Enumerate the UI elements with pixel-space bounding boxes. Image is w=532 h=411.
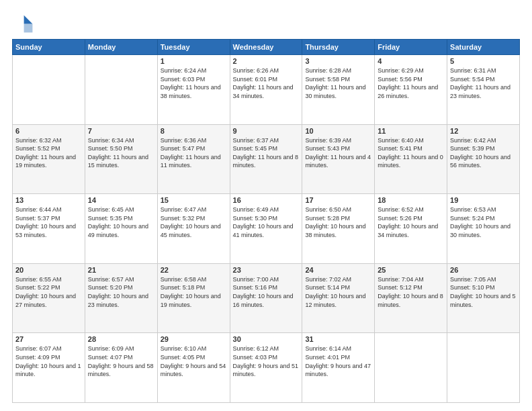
- calendar-cell: [85, 55, 157, 125]
- day-number: 30: [233, 335, 300, 343]
- day-number: 19: [450, 196, 517, 204]
- logo-icon: [12, 12, 34, 34]
- day-info: Sunrise: 6:53 AM Sunset: 5:24 PM Dayligh…: [450, 205, 517, 239]
- calendar-cell: 7Sunrise: 6:34 AM Sunset: 5:50 PM Daylig…: [85, 124, 157, 194]
- svg-marker-1: [24, 24, 33, 33]
- day-info: Sunrise: 6:42 AM Sunset: 5:39 PM Dayligh…: [450, 136, 517, 170]
- day-info: Sunrise: 6:34 AM Sunset: 5:50 PM Dayligh…: [88, 136, 154, 170]
- calendar-cell: 16Sunrise: 6:49 AM Sunset: 5:30 PM Dayli…: [230, 194, 302, 264]
- calendar-cell: 15Sunrise: 6:47 AM Sunset: 5:32 PM Dayli…: [157, 194, 230, 264]
- day-number: 29: [161, 335, 227, 343]
- calendar-header: SundayMondayTuesdayWednesdayThursdayFrid…: [13, 40, 520, 55]
- calendar-week-row: 13Sunrise: 6:44 AM Sunset: 5:37 PM Dayli…: [13, 194, 520, 264]
- calendar-body: 1Sunrise: 6:24 AM Sunset: 6:03 PM Daylig…: [13, 55, 520, 403]
- day-info: Sunrise: 6:28 AM Sunset: 5:58 PM Dayligh…: [305, 66, 371, 100]
- day-info: Sunrise: 7:05 AM Sunset: 5:10 PM Dayligh…: [450, 275, 517, 309]
- header: [12, 12, 520, 34]
- calendar-cell: 30Sunrise: 6:12 AM Sunset: 4:03 PM Dayli…: [230, 333, 302, 403]
- calendar-cell: 22Sunrise: 6:58 AM Sunset: 5:18 PM Dayli…: [157, 263, 230, 333]
- calendar-cell: 4Sunrise: 6:29 AM Sunset: 5:56 PM Daylig…: [375, 55, 447, 125]
- day-number: 24: [305, 266, 371, 274]
- day-number: 4: [378, 57, 444, 65]
- calendar-week-row: 27Sunrise: 6:07 AM Sunset: 4:09 PM Dayli…: [13, 333, 520, 403]
- day-of-week-header: Friday: [375, 40, 447, 55]
- calendar-cell: 9Sunrise: 6:37 AM Sunset: 5:45 PM Daylig…: [230, 124, 302, 194]
- calendar-cell: 14Sunrise: 6:45 AM Sunset: 5:35 PM Dayli…: [85, 194, 157, 264]
- day-of-week-header: Saturday: [447, 40, 520, 55]
- day-number: 20: [15, 266, 82, 274]
- calendar-cell: 25Sunrise: 7:04 AM Sunset: 5:12 PM Dayli…: [375, 263, 447, 333]
- day-info: Sunrise: 6:14 AM Sunset: 4:01 PM Dayligh…: [305, 345, 371, 378]
- calendar-cell: [375, 333, 447, 403]
- day-number: 8: [161, 127, 227, 135]
- calendar-week-row: 1Sunrise: 6:24 AM Sunset: 6:03 PM Daylig…: [13, 55, 520, 125]
- day-of-week-header: Wednesday: [230, 40, 302, 55]
- calendar-cell: 13Sunrise: 6:44 AM Sunset: 5:37 PM Dayli…: [13, 194, 85, 264]
- day-info: Sunrise: 7:04 AM Sunset: 5:12 PM Dayligh…: [378, 275, 444, 309]
- day-info: Sunrise: 6:47 AM Sunset: 5:32 PM Dayligh…: [161, 205, 227, 239]
- day-number: 16: [233, 196, 300, 204]
- day-of-week-header: Monday: [85, 40, 157, 55]
- day-number: 2: [233, 57, 300, 65]
- day-info: Sunrise: 6:57 AM Sunset: 5:20 PM Dayligh…: [88, 275, 154, 309]
- calendar-cell: 5Sunrise: 6:31 AM Sunset: 5:54 PM Daylig…: [447, 55, 520, 125]
- calendar-cell: 10Sunrise: 6:39 AM Sunset: 5:43 PM Dayli…: [302, 124, 375, 194]
- day-info: Sunrise: 6:24 AM Sunset: 6:03 PM Dayligh…: [161, 66, 227, 100]
- day-info: Sunrise: 6:52 AM Sunset: 5:26 PM Dayligh…: [378, 205, 444, 239]
- day-number: 1: [161, 57, 227, 65]
- day-number: 15: [161, 196, 227, 204]
- day-number: 3: [305, 57, 371, 65]
- calendar-cell: 2Sunrise: 6:26 AM Sunset: 6:01 PM Daylig…: [230, 55, 302, 125]
- day-number: 18: [378, 196, 444, 204]
- day-number: 31: [305, 335, 371, 343]
- day-info: Sunrise: 6:12 AM Sunset: 4:03 PM Dayligh…: [233, 345, 300, 378]
- day-info: Sunrise: 6:36 AM Sunset: 5:47 PM Dayligh…: [161, 136, 227, 170]
- day-info: Sunrise: 6:50 AM Sunset: 5:28 PM Dayligh…: [305, 205, 371, 239]
- day-number: 14: [88, 196, 154, 204]
- calendar-cell: 20Sunrise: 6:55 AM Sunset: 5:22 PM Dayli…: [13, 263, 85, 333]
- day-number: 7: [88, 127, 154, 135]
- day-info: Sunrise: 6:37 AM Sunset: 5:45 PM Dayligh…: [233, 136, 300, 170]
- day-number: 12: [450, 127, 517, 135]
- day-of-week-header: Sunday: [13, 40, 85, 55]
- day-info: Sunrise: 6:10 AM Sunset: 4:05 PM Dayligh…: [161, 345, 227, 378]
- day-number: 21: [88, 266, 154, 274]
- calendar-cell: 18Sunrise: 6:52 AM Sunset: 5:26 PM Dayli…: [375, 194, 447, 264]
- svg-marker-0: [24, 15, 33, 24]
- day-info: Sunrise: 6:44 AM Sunset: 5:37 PM Dayligh…: [15, 205, 82, 239]
- day-of-week-header: Thursday: [302, 40, 375, 55]
- day-info: Sunrise: 6:58 AM Sunset: 5:18 PM Dayligh…: [161, 275, 227, 309]
- calendar-cell: 19Sunrise: 6:53 AM Sunset: 5:24 PM Dayli…: [447, 194, 520, 264]
- day-number: 11: [378, 127, 444, 135]
- calendar-cell: [447, 333, 520, 403]
- calendar-cell: 11Sunrise: 6:40 AM Sunset: 5:41 PM Dayli…: [375, 124, 447, 194]
- day-info: Sunrise: 7:00 AM Sunset: 5:16 PM Dayligh…: [233, 275, 300, 309]
- calendar-table: SundayMondayTuesdayWednesdayThursdayFrid…: [12, 39, 520, 403]
- calendar-cell: 28Sunrise: 6:09 AM Sunset: 4:07 PM Dayli…: [85, 333, 157, 403]
- day-number: 22: [161, 266, 227, 274]
- day-info: Sunrise: 6:49 AM Sunset: 5:30 PM Dayligh…: [233, 205, 300, 239]
- calendar-week-row: 6Sunrise: 6:32 AM Sunset: 5:52 PM Daylig…: [13, 124, 520, 194]
- day-info: Sunrise: 6:39 AM Sunset: 5:43 PM Dayligh…: [305, 136, 371, 170]
- calendar-cell: [13, 55, 85, 125]
- day-number: 17: [305, 196, 371, 204]
- day-number: 25: [378, 266, 444, 274]
- day-info: Sunrise: 6:29 AM Sunset: 5:56 PM Dayligh…: [378, 66, 444, 100]
- calendar-cell: 8Sunrise: 6:36 AM Sunset: 5:47 PM Daylig…: [157, 124, 230, 194]
- calendar-cell: 1Sunrise: 6:24 AM Sunset: 6:03 PM Daylig…: [157, 55, 230, 125]
- calendar-cell: 23Sunrise: 7:00 AM Sunset: 5:16 PM Dayli…: [230, 263, 302, 333]
- logo: [12, 12, 36, 34]
- day-info: Sunrise: 6:32 AM Sunset: 5:52 PM Dayligh…: [15, 136, 82, 170]
- day-number: 28: [88, 335, 154, 343]
- day-info: Sunrise: 6:55 AM Sunset: 5:22 PM Dayligh…: [15, 275, 82, 309]
- day-number: 13: [15, 196, 82, 204]
- calendar-cell: 27Sunrise: 6:07 AM Sunset: 4:09 PM Dayli…: [13, 333, 85, 403]
- day-number: 5: [450, 57, 517, 65]
- day-number: 27: [15, 335, 82, 343]
- day-info: Sunrise: 7:02 AM Sunset: 5:14 PM Dayligh…: [305, 275, 371, 309]
- calendar-cell: 26Sunrise: 7:05 AM Sunset: 5:10 PM Dayli…: [447, 263, 520, 333]
- day-number: 26: [450, 266, 517, 274]
- calendar-cell: 31Sunrise: 6:14 AM Sunset: 4:01 PM Dayli…: [302, 333, 375, 403]
- calendar-cell: 21Sunrise: 6:57 AM Sunset: 5:20 PM Dayli…: [85, 263, 157, 333]
- calendar-cell: 12Sunrise: 6:42 AM Sunset: 5:39 PM Dayli…: [447, 124, 520, 194]
